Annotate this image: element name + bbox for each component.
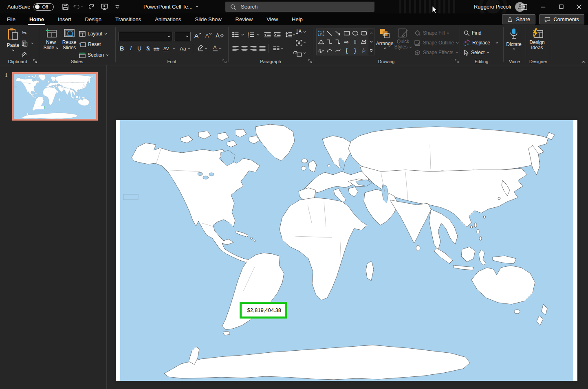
change-case-button[interactable]: Aa	[178, 44, 188, 53]
tab-design[interactable]: Design	[78, 13, 108, 25]
collapse-ribbon-icon[interactable]	[581, 61, 586, 63]
shape-rounded-rectangle[interactable]	[359, 29, 368, 37]
ribbon-display-options-icon[interactable]	[515, 0, 533, 13]
find-button[interactable]: Find	[464, 29, 481, 37]
shape-curve[interactable]	[334, 46, 342, 55]
clipboard-dialog-launcher-icon[interactable]	[33, 59, 37, 64]
shape-freeform[interactable]	[359, 37, 368, 46]
text-direction-dropdown-icon[interactable]	[303, 31, 306, 33]
search-input[interactable]: Search	[225, 2, 374, 12]
convert-to-smartart-button[interactable]	[293, 49, 302, 58]
shape-line[interactable]	[325, 29, 334, 37]
shape-arrow[interactable]	[334, 29, 342, 37]
tab-insert[interactable]: Insert	[51, 13, 78, 25]
bold-button[interactable]: B	[117, 44, 127, 53]
tab-transitions[interactable]: Transitions	[108, 13, 148, 25]
tab-slide-show[interactable]: Slide Show	[188, 13, 228, 25]
clear-formatting-button[interactable]: A	[215, 31, 225, 40]
document-title[interactable]: PowerPoint Cell Te...	[143, 0, 198, 13]
copy-icon[interactable]	[20, 39, 29, 48]
strikethrough-button[interactable]: ab	[152, 44, 161, 53]
font-name-combobox[interactable]	[119, 32, 172, 41]
font-dialog-launcher-icon[interactable]	[222, 59, 227, 64]
decrease-indent-button[interactable]	[262, 30, 272, 39]
slide-thumbnail[interactable]	[12, 72, 98, 121]
tab-view[interactable]: View	[260, 13, 285, 25]
layout-button[interactable]: Layout	[79, 29, 107, 38]
bullets-button[interactable]	[231, 30, 240, 39]
copy-dropdown-icon[interactable]	[31, 42, 34, 44]
shape-star[interactable]: ☆	[359, 46, 368, 55]
format-painter-icon[interactable]	[20, 50, 29, 59]
shape-left-brace[interactable]: {	[342, 46, 351, 55]
shape-arrow-right[interactable]: ⇨	[342, 37, 351, 46]
grow-font-button[interactable]: A	[193, 31, 203, 40]
save-icon[interactable]	[59, 2, 71, 12]
character-spacing-button[interactable]: AV	[161, 44, 171, 53]
share-button[interactable]: Share	[502, 14, 535, 24]
align-left-button[interactable]	[231, 44, 240, 53]
drawing-dialog-launcher-icon[interactable]	[454, 59, 459, 64]
highlight-color-dropdown-icon[interactable]	[205, 48, 207, 50]
dictate-button[interactable]: Dictate	[504, 28, 523, 62]
replace-button[interactable]: b c Replace	[463, 38, 498, 47]
tab-home[interactable]: Home	[22, 13, 51, 25]
maximize-icon[interactable]	[552, 0, 570, 13]
section-button[interactable]: Section	[79, 51, 109, 59]
columns-dropdown-icon[interactable]	[280, 48, 283, 50]
world-map-image[interactable]	[120, 120, 573, 381]
start-presentation-icon[interactable]	[99, 2, 110, 12]
numbering-dropdown-icon[interactable]	[257, 34, 260, 36]
paragraph-dialog-launcher-icon[interactable]	[308, 59, 313, 64]
shrink-font-button[interactable]: A	[204, 31, 214, 40]
shape-gallery-scroll-up-icon[interactable]	[368, 29, 374, 37]
bullets-dropdown-icon[interactable]	[241, 34, 244, 36]
smartart-dropdown-icon[interactable]	[303, 52, 306, 54]
tab-animations[interactable]: Animations	[148, 13, 188, 25]
reuse-slides-button[interactable]: ReuseSlides	[59, 28, 79, 62]
columns-button[interactable]	[271, 44, 281, 53]
shape-gallery-scroll-down-icon[interactable]	[368, 37, 374, 46]
increase-indent-button[interactable]	[272, 30, 282, 39]
font-size-combobox[interactable]	[174, 32, 191, 41]
align-center-button[interactable]	[240, 44, 249, 53]
shape-text-box[interactable]: A	[317, 29, 325, 37]
tab-file[interactable]: File	[0, 13, 22, 25]
tab-help[interactable]: Help	[285, 13, 310, 25]
tab-review[interactable]: Review	[229, 13, 260, 25]
autosave-toggle[interactable]: AutoSave Off	[7, 3, 54, 11]
shape-gallery-more-icon[interactable]	[368, 46, 374, 55]
design-ideas-button[interactable]: DesignIdeas	[527, 28, 547, 62]
font-color-dropdown-icon[interactable]	[219, 48, 222, 50]
shape-rectangle[interactable]	[342, 29, 351, 37]
change-case-dropdown-icon[interactable]	[187, 48, 190, 50]
customize-qat-icon[interactable]	[112, 2, 123, 12]
slide-1[interactable]: $2,819,404.38	[116, 120, 577, 381]
align-text-dropdown-icon[interactable]	[303, 42, 306, 44]
align-right-button[interactable]	[249, 44, 258, 53]
reset-button[interactable]: Reset	[79, 40, 101, 49]
shape-right-brace[interactable]: }	[351, 46, 359, 55]
character-spacing-dropdown-icon[interactable]	[173, 48, 176, 50]
redo-icon[interactable]	[86, 2, 97, 12]
minimize-icon[interactable]	[534, 0, 552, 13]
arrange-button[interactable]: Arrange	[376, 28, 394, 62]
comments-button[interactable]: Comments	[539, 14, 584, 24]
shape-arrow-down[interactable]: ⇩	[351, 37, 359, 46]
autosave-pill[interactable]: Off	[33, 3, 54, 11]
shape-scribble[interactable]	[317, 46, 325, 55]
value-textbox[interactable]: $2,819,404.38	[240, 302, 287, 319]
line-spacing-button[interactable]	[284, 30, 293, 39]
highlight-color-button[interactable]	[196, 43, 205, 52]
align-text-button[interactable]	[294, 38, 304, 47]
justify-button[interactable]	[258, 44, 267, 53]
shape-oval[interactable]	[351, 29, 359, 37]
cut-icon[interactable]: ✂	[20, 29, 29, 37]
new-slide-button[interactable]: New Slide	[41, 28, 61, 62]
close-icon[interactable]	[570, 0, 588, 13]
shape-isosceles-triangle[interactable]	[317, 37, 325, 46]
shape-arc[interactable]	[325, 46, 334, 55]
numbering-button[interactable]: 123	[246, 30, 256, 39]
shape-elbow-connector[interactable]	[325, 37, 334, 46]
select-button[interactable]: Select	[464, 48, 489, 57]
